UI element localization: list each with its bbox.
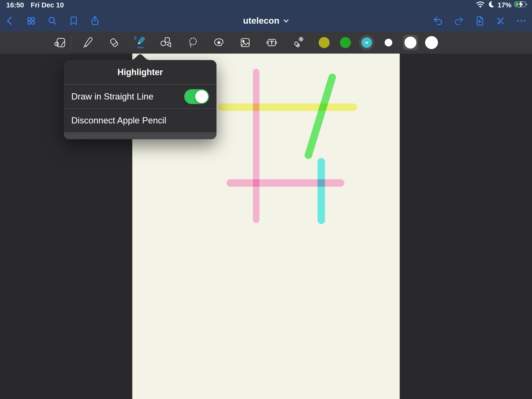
document-title[interactable]: utelecon [243,10,289,32]
document-title-label: utelecon [243,16,279,26]
image-icon [239,36,252,49]
highlighter-popover: Highlighter Draw in Straight Line Discon… [64,60,216,139]
status-bar: 16:50 Fri Dec 10 17% [0,0,532,10]
zoom-window-tool[interactable] [54,36,67,49]
toolbar-divider [71,35,71,50]
moon-icon [488,1,495,10]
color-swatch-green[interactable] [340,37,351,48]
tools-toolbar [0,32,532,54]
nav-right-group [432,10,527,32]
search-icon [47,15,58,26]
text-icon [265,36,278,49]
shapes-icon [160,36,173,49]
popover-arrow [129,54,151,60]
popover-footer [64,132,216,139]
bookmark-button[interactable] [68,15,79,26]
battery-percent: 17% [498,1,511,9]
highlighter-icon [134,36,147,49]
app-screen: 16:50 Fri Dec 10 17% [0,0,532,399]
chevron-down-icon [364,40,369,45]
more-button[interactable] [516,15,527,26]
draw-straight-line-row[interactable]: Draw in Straight Line [64,85,216,108]
stroke-size-medium[interactable] [405,37,417,49]
eraser-icon [108,36,120,49]
status-left: 16:50 Fri Dec 10 [0,1,64,9]
search-button[interactable] [47,15,58,26]
wifi-icon [476,1,485,10]
edit-mode-toggle-button[interactable] [495,15,506,26]
elements-sticker-tool[interactable] [212,36,226,49]
color-swatch-teal [361,37,372,48]
draw-straight-line-toggle[interactable] [184,89,209,104]
stroke-size-large[interactable] [425,36,438,49]
pen-icon [81,36,94,49]
lasso-icon [186,36,199,49]
status-right: 17% [476,1,532,10]
shapes-tool[interactable] [159,36,173,49]
thumbnails-button[interactable] [25,15,37,26]
undo-button[interactable] [432,15,443,26]
back-icon [4,15,15,26]
toolbar-divider [314,35,315,50]
stroke-size-small[interactable] [385,39,392,46]
status-date: Fri Dec 10 [31,1,64,9]
laser-pointer-icon [291,36,304,49]
thumbnails-grid-icon [25,15,37,26]
chevron-down-icon [283,18,289,24]
status-time: 16:50 [6,1,24,9]
bluetooth-icon [134,36,136,40]
lasso-tool[interactable] [186,36,200,49]
draw-straight-line-label: Draw in Straight Line [71,92,153,102]
undo-icon [432,15,443,26]
share-button[interactable] [89,15,101,26]
battery-charging-icon [514,1,529,10]
bookmark-icon [68,15,79,26]
popover-title: Highlighter [64,60,216,84]
eraser-tool[interactable] [108,36,121,49]
header: 16:50 Fri Dec 10 17% [0,0,532,32]
highlighter-tool[interactable] [133,36,147,49]
more-icon [516,15,527,26]
sticker-star-icon [212,36,225,49]
add-page-button[interactable] [474,15,485,26]
color-swatch-olive[interactable] [319,37,330,48]
image-tool[interactable] [239,36,252,49]
zoom-window-icon [54,36,67,49]
text-tool[interactable] [265,36,279,49]
add-page-icon [474,15,485,26]
color-swatch-teal-selected[interactable] [359,35,374,50]
back-button[interactable] [4,15,15,26]
laser-pointer-tool[interactable] [291,36,304,49]
disconnect-apple-pencil-row[interactable]: Disconnect Apple Pencil [64,109,216,132]
disconnect-apple-pencil-label: Disconnect Apple Pencil [71,115,166,126]
pen-tool[interactable] [81,36,94,49]
edit-mode-toggle-icon [495,15,506,26]
redo-icon [453,15,464,26]
nav-bar: utelecon [0,10,532,32]
share-icon [89,15,101,26]
redo-button[interactable] [453,15,464,26]
toggle-knob [195,90,208,103]
nav-left-group [4,10,101,32]
